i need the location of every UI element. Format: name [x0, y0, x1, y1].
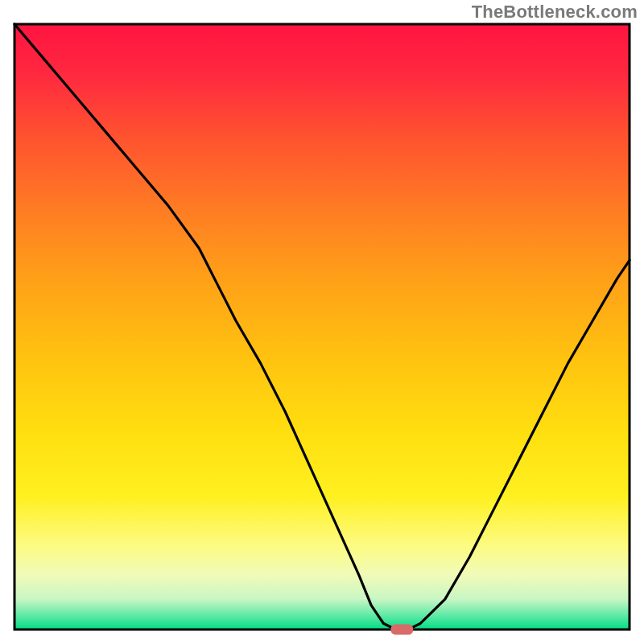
bottleneck-chart: [0, 0, 644, 644]
watermark-label: TheBottleneck.com: [472, 2, 638, 23]
plot-background: [14, 24, 630, 630]
optimal-marker: [390, 625, 413, 635]
chart-container: TheBottleneck.com: [0, 0, 644, 644]
